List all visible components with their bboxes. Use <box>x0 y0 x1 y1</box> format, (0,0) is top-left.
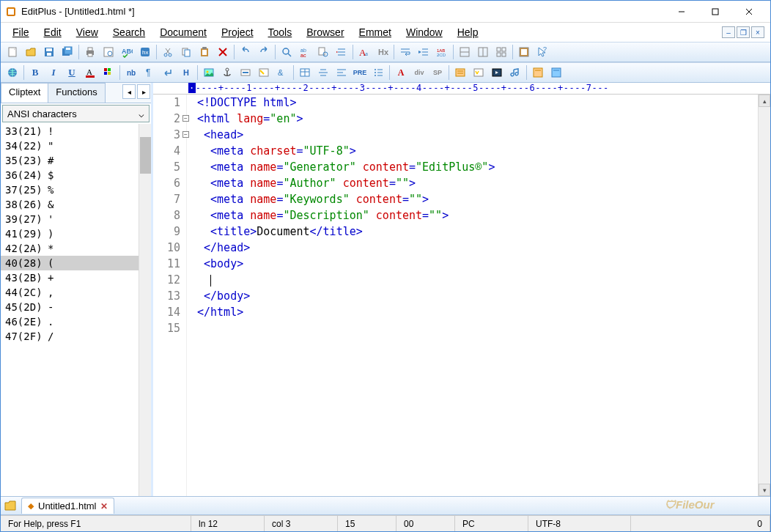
folder-icon[interactable] <box>4 499 17 512</box>
print-preview-icon[interactable] <box>100 43 117 61</box>
tab-functions[interactable]: Functions <box>48 83 105 103</box>
char-list-item[interactable]: 35(23)# <box>1 153 151 168</box>
audio-icon[interactable] <box>506 64 524 81</box>
list-icon[interactable] <box>369 64 387 81</box>
menu-view[interactable]: View <box>70 24 104 40</box>
menu-document[interactable]: Document <box>154 24 213 40</box>
menu-file[interactable]: File <box>7 24 35 40</box>
font-icon[interactable]: Aa <box>355 43 373 61</box>
character-list[interactable]: 33(21)!34(22)"35(23)#36(24)$37(25)%38(26… <box>1 124 151 496</box>
align-left-icon[interactable] <box>333 64 350 81</box>
heading-tag-icon[interactable]: H <box>177 64 195 81</box>
code-content[interactable]: <!DOCTYPE html><html lang="en"> <head> <… <box>187 95 770 496</box>
window-split-h-icon[interactable] <box>456 43 473 61</box>
heading-icon[interactable]: Hx <box>374 43 391 61</box>
minimize-button[interactable] <box>665 1 698 22</box>
pre-tag-icon[interactable]: PRE <box>351 64 369 81</box>
preferences-icon[interactable] <box>515 43 533 61</box>
indent-icon[interactable] <box>415 43 432 61</box>
char-list-item[interactable]: 42(2A)* <box>1 241 151 256</box>
menu-help[interactable]: Help <box>451 24 484 40</box>
anchor-icon[interactable] <box>218 64 236 81</box>
hex-icon[interactable]: hx <box>136 43 154 61</box>
char-list-item[interactable]: 40(28)( <box>1 256 151 270</box>
menu-browser[interactable]: Browser <box>300 24 350 40</box>
tab-cliptext[interactable]: Cliptext <box>1 83 48 103</box>
scroll-down-button[interactable]: ▾ <box>759 484 770 496</box>
line-number-gutter[interactable]: 12−3−456789101112▶131415 <box>153 95 187 496</box>
mdi-minimize-button[interactable]: – <box>722 26 735 38</box>
char-list-item[interactable]: 39(27)' <box>1 212 151 226</box>
style-a-icon[interactable]: A <box>392 64 410 81</box>
menu-edit[interactable]: Edit <box>38 24 67 40</box>
template2-icon[interactable] <box>547 64 565 81</box>
menu-window[interactable]: Window <box>400 24 449 40</box>
editor-scrollbar[interactable]: ▴ ▾ <box>758 95 770 496</box>
redo-icon[interactable] <box>255 43 273 61</box>
find-icon[interactable] <box>278 43 295 61</box>
panel-next-button[interactable]: ▸ <box>137 84 150 99</box>
tab-close-icon[interactable]: ✕ <box>100 501 108 511</box>
panel-prev-button[interactable]: ◂ <box>122 84 136 99</box>
fold-toggle[interactable]: − <box>182 131 189 138</box>
char-list-item[interactable]: 46(2E). <box>1 314 151 329</box>
nbsp-icon[interactable]: nb <box>122 64 140 81</box>
image-icon[interactable] <box>200 64 218 81</box>
fold-toggle[interactable]: − <box>182 115 189 122</box>
paragraph-icon[interactable]: ¶ <box>141 64 158 81</box>
bold-icon[interactable]: B <box>26 64 44 81</box>
center-icon[interactable] <box>314 64 332 81</box>
help-cursor-icon[interactable]: ? <box>534 43 551 61</box>
char-list-item[interactable]: 44(2C), <box>1 285 151 300</box>
column-icon[interactable]: 1AB2CD <box>433 43 451 61</box>
print-icon[interactable] <box>81 43 99 61</box>
hr-icon[interactable] <box>237 64 254 81</box>
char-list-item[interactable]: 41(29)) <box>1 226 151 241</box>
char-list-item[interactable]: 37(25)% <box>1 182 151 197</box>
underline-icon[interactable]: U <box>63 64 81 81</box>
goto-line-icon[interactable] <box>333 43 350 61</box>
video-icon[interactable] <box>488 64 506 81</box>
char-list-item[interactable]: 33(21)! <box>1 124 151 138</box>
char-list-item[interactable]: 47(2F)/ <box>1 329 151 344</box>
menu-tools[interactable]: Tools <box>262 24 298 40</box>
italic-icon[interactable]: I <box>45 64 62 81</box>
cut-icon[interactable] <box>159 43 177 61</box>
break-icon[interactable] <box>159 64 177 81</box>
new-file-icon[interactable] <box>4 43 21 61</box>
replace-icon[interactable]: abac <box>296 43 314 61</box>
document-tab[interactable]: ◆ Untitled1.html ✕ <box>21 498 114 514</box>
sidepanel-scrollbar[interactable] <box>139 124 151 496</box>
undo-icon[interactable] <box>237 43 254 61</box>
form-icon[interactable] <box>451 64 469 81</box>
copy-icon[interactable] <box>177 43 195 61</box>
close-button[interactable] <box>732 1 766 22</box>
menu-search[interactable]: Search <box>107 24 151 40</box>
menu-emmet[interactable]: Emmet <box>353 24 397 40</box>
mdi-restore-button[interactable]: ❐ <box>737 26 750 38</box>
open-file-icon[interactable] <box>22 43 40 61</box>
mdi-close-button[interactable]: × <box>751 26 764 38</box>
template1-icon[interactable] <box>529 64 547 81</box>
div-tag-icon[interactable]: div <box>410 64 428 81</box>
table-icon[interactable] <box>296 64 314 81</box>
window-tile-icon[interactable] <box>493 43 510 61</box>
cliptext-library-dropdown[interactable]: ANSI characters ⌵ <box>2 105 150 122</box>
span-tag-icon[interactable]: SP <box>429 64 446 81</box>
char-entity-icon[interactable]: & <box>273 64 291 81</box>
char-list-item[interactable]: 45(2D)- <box>1 300 151 314</box>
char-list-item[interactable]: 34(22)" <box>1 138 151 153</box>
comment-icon[interactable] <box>255 64 273 81</box>
wordwrap-icon[interactable] <box>396 43 414 61</box>
save-all-icon[interactable] <box>59 43 76 61</box>
scroll-up-button[interactable]: ▴ <box>759 95 770 107</box>
menu-project[interactable]: Project <box>215 24 259 40</box>
spellcheck-icon[interactable]: ABC <box>118 43 136 61</box>
save-icon[interactable] <box>40 43 58 61</box>
script-icon[interactable] <box>470 64 487 81</box>
paste-icon[interactable] <box>196 43 213 61</box>
char-list-item[interactable]: 38(26)& <box>1 197 151 212</box>
browser-preview-icon[interactable] <box>4 64 21 81</box>
char-list-item[interactable]: 36(24)$ <box>1 168 151 182</box>
window-split-v-icon[interactable] <box>474 43 492 61</box>
